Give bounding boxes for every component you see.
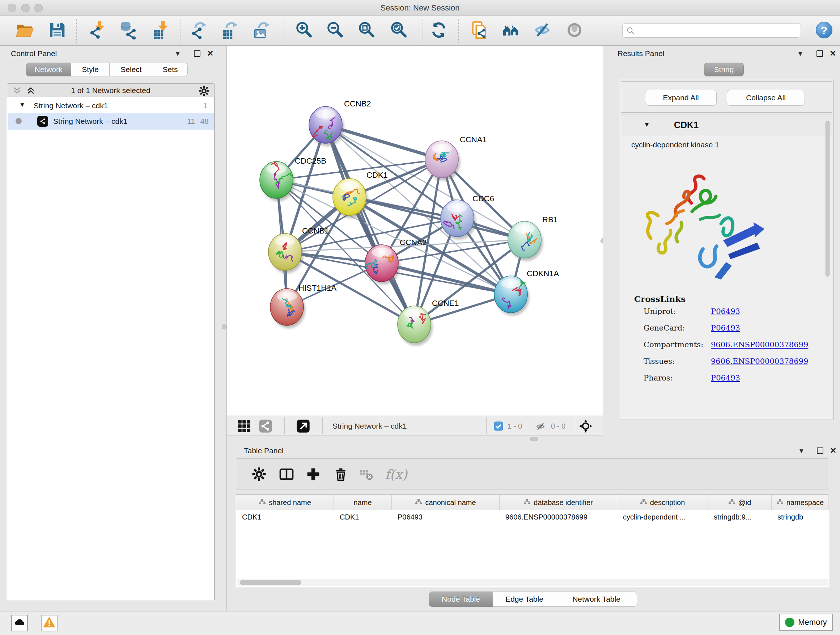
table-column-header[interactable]: name — [334, 495, 392, 510]
save-session-button[interactable] — [47, 20, 67, 41]
table-column-header[interactable]: database identifier — [500, 495, 617, 510]
control-panel-menu-icon[interactable]: ▾ — [176, 50, 180, 57]
tab-node-table[interactable]: Node Table — [429, 592, 493, 607]
tab-sets[interactable]: Sets — [153, 63, 188, 76]
gene-caret-icon[interactable]: ▼ — [644, 121, 650, 128]
memory-button[interactable]: Memory — [779, 614, 833, 631]
zoom-fit-button[interactable] — [356, 20, 377, 41]
crosslink-link[interactable]: 9606.ENSP00000378699 — [711, 340, 808, 349]
results-panel-close-icon[interactable]: ✕ — [829, 50, 836, 57]
table-hscrollbar-track[interactable] — [237, 579, 828, 586]
table-cell[interactable]: stringdb — [772, 510, 829, 525]
network-canvas[interactable]: CCNB2CCNA1CDC25BCDK1CDC6RB1CCNB1CCNA2CDK… — [227, 46, 603, 416]
table-column-header[interactable]: description — [617, 495, 708, 510]
table-gear-icon[interactable] — [251, 466, 267, 483]
apply-layout-button[interactable] — [429, 20, 449, 41]
table-cell[interactable]: 9606.ENSP00000378699 — [500, 510, 617, 525]
vertical-splitter-handle[interactable] — [222, 325, 227, 329]
table-hscrollbar-thumb[interactable] — [240, 580, 302, 585]
grid-view-icon[interactable] — [238, 420, 251, 434]
add-column-icon[interactable] — [305, 466, 322, 483]
tab-select[interactable]: Select — [110, 63, 153, 76]
network-node[interactable]: CCNB2 — [309, 99, 371, 146]
network-collection-row[interactable]: ▼ String Network – cdk1 1 — [8, 98, 214, 113]
netbar-separator — [284, 417, 285, 434]
tab-network[interactable]: Network — [26, 63, 71, 76]
table-cell[interactable]: cyclin-dependent ... — [617, 510, 708, 525]
hide-selected-button[interactable] — [532, 20, 553, 41]
network-node[interactable]: RB1 — [508, 215, 558, 261]
network-node-count: 11 — [187, 117, 195, 126]
collection-caret-icon[interactable]: ▼ — [19, 101, 25, 109]
function-builder-icon[interactable]: f(x) — [382, 466, 410, 483]
results-scrollbar[interactable] — [826, 121, 829, 277]
control-panel-float-icon[interactable] — [194, 50, 201, 57]
table-column-header[interactable]: shared name — [236, 495, 334, 510]
cloud-button[interactable] — [11, 615, 28, 631]
zoom-in-icon — [294, 21, 313, 41]
gene-description: cyclin-dependent kinase 1 — [631, 141, 719, 149]
network-node[interactable]: CDC6 — [441, 194, 494, 240]
table-header-row[interactable]: shared namenamecanonical namedatabase id… — [236, 495, 829, 510]
expand-all-button[interactable]: Expand All — [645, 90, 717, 106]
table-cell[interactable]: P06493 — [392, 510, 500, 525]
network-node[interactable]: HIST1H1A — [270, 283, 336, 328]
clone-network-button[interactable] — [470, 20, 490, 41]
export-table-button[interactable] — [220, 20, 240, 41]
results-panel-menu-icon[interactable]: ▾ — [798, 50, 802, 57]
table-panel-close-icon[interactable]: ✕ — [830, 447, 836, 454]
zoom-out-button[interactable] — [325, 20, 345, 41]
zoom-in-button[interactable] — [294, 20, 314, 41]
network-node[interactable]: CDK1 — [333, 171, 388, 218]
birds-eye-crosshair-icon[interactable] — [578, 419, 593, 435]
first-neighbors-button[interactable] — [501, 20, 521, 41]
columns-icon[interactable] — [278, 466, 295, 483]
help-button[interactable]: ? — [816, 22, 832, 38]
open-in-browser-icon[interactable] — [296, 419, 310, 434]
network-node[interactable]: CDKN1A — [494, 269, 559, 316]
show-all-button[interactable] — [564, 20, 584, 41]
network-node[interactable]: CCNA1 — [425, 135, 487, 181]
delete-table-icon[interactable] — [358, 466, 374, 483]
search-input[interactable] — [638, 25, 798, 36]
collapse-all-button[interactable]: Collapse All — [727, 90, 805, 106]
crosslink-link[interactable]: P06493 — [711, 324, 740, 333]
table-panel-float-icon[interactable] — [817, 448, 823, 454]
table-column-header[interactable]: @id — [708, 495, 772, 510]
import-table-button[interactable] — [151, 20, 172, 41]
search-box[interactable] — [622, 23, 801, 38]
export-image-button[interactable] — [252, 20, 272, 41]
open-session-button[interactable] — [14, 20, 35, 41]
table-panel-menu-icon[interactable]: ▾ — [799, 447, 804, 454]
import-network-database-button[interactable] — [118, 20, 139, 41]
import-network-file-button[interactable] — [88, 20, 108, 41]
string-style-icon[interactable] — [259, 419, 272, 434]
zoom-selected-button[interactable] — [388, 20, 409, 41]
table-row[interactable]: CDK1CDK1P064939606.ENSP00000378699cyclin… — [236, 510, 829, 525]
table-cell[interactable]: CDK1 — [236, 510, 334, 525]
control-panel-close-icon[interactable]: ✕ — [207, 50, 213, 57]
gear-icon[interactable] — [198, 85, 210, 98]
warnings-button[interactable] — [41, 615, 57, 631]
network-row-selected[interactable]: String Network – cdk1 11 48 — [8, 113, 214, 130]
crosslink-link[interactable]: 9606.ENSP00000378699 — [711, 357, 808, 366]
crosslink-link[interactable]: P06493 — [711, 307, 740, 316]
delete-column-icon[interactable] — [332, 466, 349, 483]
hidden-eye-slash-icon[interactable] — [535, 421, 546, 433]
table-column-header[interactable]: namespace — [772, 495, 829, 510]
tab-style[interactable]: Style — [71, 63, 110, 76]
tab-string[interactable]: String — [704, 63, 744, 76]
selected-checkbox-icon[interactable] — [494, 421, 503, 432]
table-cell[interactable]: stringdb:9... — [708, 510, 772, 525]
horizontal-splitter-handle[interactable] — [531, 437, 538, 441]
crosslink-link[interactable]: P06493 — [711, 374, 740, 382]
network-graph[interactable]: CCNB2CCNA1CDC25BCDK1CDC6RB1CCNB1CCNA2CDK… — [227, 46, 603, 416]
table-column-header[interactable]: canonical name — [392, 495, 500, 510]
table-cell[interactable]: CDK1 — [334, 510, 392, 525]
gene-card-header[interactable]: ▼ CDK1 — [621, 114, 832, 136]
network-node[interactable]: CDC25B — [260, 157, 326, 201]
tab-network-table[interactable]: Network Table — [556, 592, 637, 607]
tab-edge-table[interactable]: Edge Table — [493, 592, 556, 607]
export-network-button[interactable] — [189, 20, 210, 41]
results-panel-float-icon[interactable] — [816, 50, 823, 57]
